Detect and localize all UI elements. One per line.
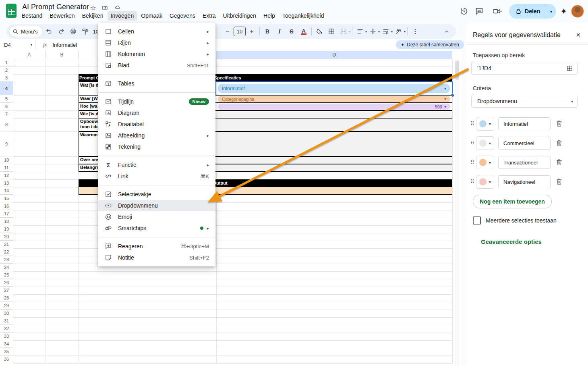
text-color-button[interactable]: A	[298, 26, 309, 37]
dropdown-chip-500[interactable]: 500▾	[218, 104, 450, 110]
row-header-16[interactable]: 16	[0, 202, 13, 210]
vertical-align-caret-icon[interactable]: ▾	[378, 30, 380, 33]
menu-item-tijdlijn[interactable]: TijdlijnNieuw	[98, 96, 215, 107]
text-wrap-button[interactable]	[381, 26, 391, 37]
menu-item-functie[interactable]: ΣFunctie▸	[98, 159, 215, 171]
color-swatch-button[interactable]: ▾	[476, 117, 494, 131]
column-header-B[interactable]: B	[46, 51, 79, 59]
menu-item-reageren[interactable]: Reageren⌘+Optie+M	[98, 241, 215, 252]
comments-icon[interactable]	[474, 6, 485, 17]
row-header-17[interactable]: 17	[0, 210, 13, 218]
menu-item-emoji[interactable]: Emoji	[98, 211, 215, 223]
menu-item-dropdownmenu[interactable]: Dropdownmenu	[98, 200, 215, 211]
row-header-20[interactable]: 20	[0, 233, 13, 241]
color-swatch-button[interactable]: ▾	[476, 156, 494, 169]
text-wrap-caret-icon[interactable]: ▾	[391, 30, 393, 33]
row-header-32[interactable]: 32	[0, 325, 13, 333]
row-header-14[interactable]: 14	[0, 187, 13, 195]
menu-item-tekening[interactable]: Tekening	[98, 141, 215, 152]
table-value-cell[interactable]	[216, 164, 452, 172]
item-text-input[interactable]: Navigationeel	[498, 175, 551, 188]
share-button[interactable]: Delen ▾	[509, 4, 556, 19]
row-header-9[interactable]: 9	[0, 131, 13, 156]
row-header-10[interactable]: 10	[0, 156, 13, 164]
drag-handle-icon[interactable]: ⠿	[470, 142, 476, 144]
text-rotation-caret-icon[interactable]: ▾	[404, 30, 406, 33]
menu-toegankelijkheid[interactable]: Toegankelijkheid	[279, 11, 327, 21]
version-history-icon[interactable]	[458, 6, 470, 17]
row-header-18[interactable]: 18	[0, 218, 13, 225]
menu-item-diagram[interactable]: Diagram	[98, 107, 215, 119]
row-header-15[interactable]: 15	[0, 195, 13, 202]
row-header-4[interactable]: 4	[0, 82, 13, 95]
menu-item-rijen[interactable]: Rijen▸	[98, 37, 215, 48]
row-header-36[interactable]: 36	[0, 356, 13, 363]
italic-button[interactable]: I	[274, 26, 285, 37]
row-header-7[interactable]: 7	[0, 110, 13, 118]
delete-item-icon[interactable]	[555, 178, 563, 186]
meet-camera-icon[interactable]: ▾	[489, 6, 505, 17]
item-text-input[interactable]: Informatief	[498, 117, 551, 130]
horizontal-align-caret-icon[interactable]: ▾	[365, 30, 367, 33]
criteria-select[interactable]: Dropdownmenu ▾	[471, 95, 578, 108]
advanced-options-link[interactable]: Geavanceerde opties	[481, 238, 588, 245]
text-rotation-button[interactable]	[393, 26, 404, 37]
row-header-31[interactable]: 31	[0, 317, 13, 325]
redo-button[interactable]	[56, 26, 66, 37]
row-header-3[interactable]: 3	[0, 74, 13, 82]
column-header-D[interactable]: D	[216, 51, 452, 59]
cells-area[interactable]: Prompt OPrompt SpecificatiesWat [is deIn…	[13, 59, 462, 366]
column-header-A[interactable]: A	[13, 51, 46, 59]
multi-select-checkbox[interactable]	[473, 216, 481, 225]
drag-handle-icon[interactable]: ⠿	[470, 161, 476, 164]
document-title[interactable]: AI Prompt Generator	[22, 3, 89, 11]
strikethrough-button[interactable]: S	[286, 26, 297, 37]
row-header-1[interactable]: 1	[0, 59, 13, 67]
borders-button[interactable]	[326, 26, 337, 37]
row-header-6[interactable]: 6	[0, 103, 13, 110]
fill-color-button[interactable]	[314, 26, 325, 37]
print-button[interactable]	[68, 26, 79, 37]
menu-bewerken[interactable]: Bewerken	[46, 11, 78, 21]
drag-handle-icon[interactable]: ⠿	[470, 123, 476, 125]
delete-item-icon[interactable]	[555, 139, 563, 147]
vertical-align-button[interactable]	[368, 26, 378, 37]
scrollbar-thumb[interactable]	[455, 60, 459, 80]
row-header-12[interactable]: 12	[0, 172, 13, 179]
row-header-22[interactable]: 22	[0, 248, 13, 256]
menu-item-selectievakje[interactable]: Selectievakje	[98, 189, 215, 200]
select-range-icon[interactable]	[566, 65, 573, 72]
toolbar-search[interactable]: Menu's	[9, 26, 43, 37]
dropdown-chip-categoriepagina[interactable]: Categoriepagina▾	[218, 96, 450, 102]
paint-format-button[interactable]	[80, 26, 91, 37]
row-header-30[interactable]: 30	[0, 310, 13, 317]
row-header-35[interactable]: 35	[0, 348, 13, 356]
collapse-toolbar-icon[interactable]	[441, 26, 452, 37]
gemini-sparkle-icon[interactable]: ✦	[560, 6, 567, 16]
row-header-25[interactable]: 25	[0, 271, 13, 279]
spreadsheet-grid[interactable]: ABCD 12345678910111213141516171819202122…	[0, 51, 462, 366]
row-header-11[interactable]: 11	[0, 164, 13, 172]
drag-handle-icon[interactable]: ⠿	[470, 181, 476, 183]
color-swatch-button[interactable]: ▾	[476, 175, 494, 189]
row-header-27[interactable]: 27	[0, 287, 13, 294]
user-avatar[interactable]	[571, 5, 584, 18]
row-header-5[interactable]: 5	[0, 95, 13, 103]
summarize-table-button[interactable]: ✦ Deze tabel samenvatten	[396, 40, 464, 49]
table-value-cell[interactable]	[216, 156, 452, 164]
delete-item-icon[interactable]	[555, 120, 563, 128]
menu-bekijken[interactable]: Bekijken	[79, 11, 107, 21]
row-header-21[interactable]: 21	[0, 241, 13, 248]
menu-item-link[interactable]: Link⌘K	[98, 171, 215, 182]
menu-bestand[interactable]: Bestand	[19, 11, 46, 21]
table-value-cell[interactable]	[216, 131, 452, 156]
item-text-input[interactable]: Transactioneel	[498, 156, 551, 169]
row-header-23[interactable]: 23	[0, 256, 13, 264]
menu-opmaak[interactable]: Opmaak	[138, 11, 166, 21]
name-box-caret-icon[interactable]: ▾	[31, 43, 32, 47]
menu-item-notitie[interactable]: NotitieShift+F2	[98, 252, 215, 263]
bold-button[interactable]: B	[262, 26, 273, 37]
menu-item-kolommen[interactable]: Kolommen▸	[98, 48, 215, 60]
menu-item-blad[interactable]: BladShift+F11	[98, 60, 215, 71]
menu-item-cellen[interactable]: Cellen▸	[98, 26, 215, 37]
